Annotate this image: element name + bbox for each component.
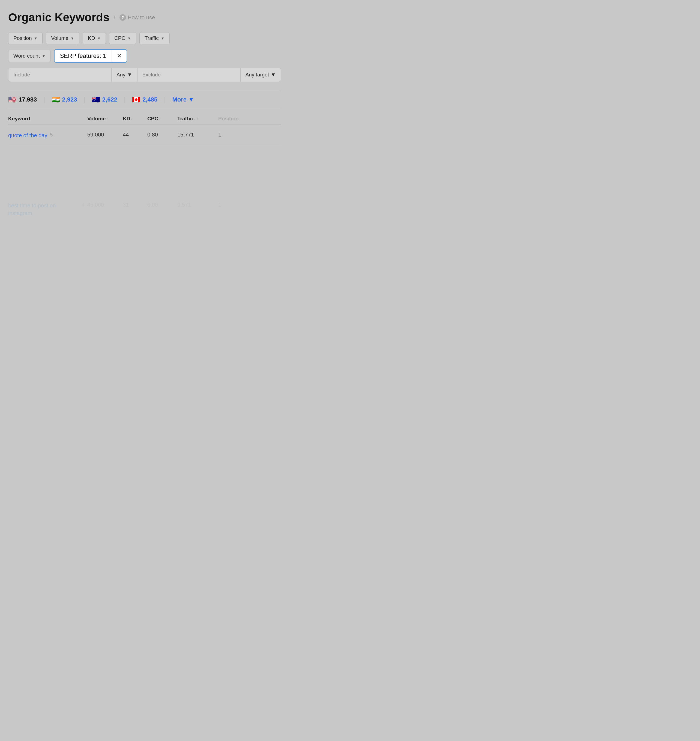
th-position: Position [218, 116, 246, 122]
th-keyword: Keyword [8, 116, 85, 122]
divider-2: | [84, 96, 85, 103]
position-arrow: ▼ [34, 36, 38, 40]
traffic-1: 15,771 [177, 131, 216, 138]
how-to-use-text: How to use [128, 15, 155, 21]
cpc-2: 6.00 [147, 202, 175, 208]
ca-count: 2,485 [143, 96, 157, 103]
position-2: 1 [218, 202, 246, 208]
cpc-arrow: ▼ [127, 36, 131, 40]
traffic-filter[interactable]: Traffic ▼ [140, 32, 170, 44]
position-filter[interactable]: Position ▼ [8, 32, 43, 44]
volume-arrow: ▼ [71, 36, 74, 40]
cpc-filter[interactable]: CPC ▼ [109, 32, 136, 44]
traffic-sort-icon: ↓ [194, 116, 196, 121]
table-row: best time to post on instagram 4 45,000 … [8, 195, 281, 224]
divider-1: | [43, 96, 45, 103]
kd-filter[interactable]: KD ▼ [83, 32, 106, 44]
kd-info-icon: i [131, 117, 132, 121]
question-icon: ? [119, 14, 126, 21]
word-count-filter[interactable]: Word count ▼ [8, 50, 51, 62]
volume-1: 59,000 [87, 131, 120, 138]
divider-3: | [124, 96, 125, 103]
title-info-icon[interactable]: i [114, 14, 115, 21]
cpc-1: 0.80 [147, 131, 175, 138]
word-count-arrow: ▼ [42, 54, 46, 58]
serp-features-value: SERP features: 1 [54, 50, 112, 62]
divider-4: | [164, 96, 166, 103]
keyword-link-1[interactable]: quote of the day [8, 131, 47, 139]
serp-features-filter: SERP features: 1 ✕ [54, 49, 127, 63]
position-1: 1 [218, 131, 246, 138]
any-target-arrow: ▼ [271, 72, 276, 78]
cpc-info-icon: i [159, 117, 160, 121]
any-arrow: ▼ [127, 72, 132, 78]
us-count: 17,983 [19, 96, 37, 103]
include-input[interactable] [9, 68, 111, 82]
country-stat-in[interactable]: 🇮🇳 2,923 [52, 96, 77, 103]
kd-1: 44 [123, 131, 144, 138]
kd-2: 31 [123, 202, 144, 208]
volume-2: 45,000 [87, 202, 120, 208]
us-flag: 🇺🇸 [8, 96, 16, 103]
kd-arrow: ▼ [97, 36, 101, 40]
word-count-badge-2: 4 [82, 202, 85, 208]
any-dropdown[interactable]: Any ▼ [111, 68, 137, 82]
filter-row-2: Word count ▼ SERP features: 1 ✕ [8, 49, 281, 63]
include-exclude-row: Any ▼ Any target ▼ [8, 68, 281, 82]
keyword-cell-2: best time to post on instagram 4 [8, 202, 85, 217]
country-stat-us[interactable]: 🇺🇸 17,983 [8, 96, 37, 103]
volume-filter[interactable]: Volume ▼ [46, 32, 79, 44]
exclude-input[interactable] [137, 68, 240, 82]
table-spacer [8, 146, 281, 195]
traffic-2: 9,571 [177, 202, 216, 208]
ca-flag: 🇨🇦 [132, 96, 140, 103]
th-kd[interactable]: KD i [123, 116, 144, 122]
volume-info-icon: i [107, 117, 107, 121]
keyword-cell-1: quote of the day 5 [8, 131, 85, 139]
country-stats-bar: 🇺🇸 17,983 | 🇮🇳 2,923 | 🇦🇺 2,622 | 🇨🇦 2,4… [8, 90, 281, 109]
serp-clear-button[interactable]: ✕ [112, 50, 126, 62]
word-count-badge-1: 5 [50, 131, 53, 138]
table-row: quote of the day 5 59,000 44 0.80 15,771… [8, 125, 281, 146]
au-flag: 🇦🇺 [92, 96, 100, 103]
th-volume[interactable]: Volume i [87, 116, 120, 122]
country-stat-ca[interactable]: 🇨🇦 2,485 [132, 96, 157, 103]
filter-row-1: Position ▼ Volume ▼ KD ▼ CPC ▼ Traffic ▼ [8, 32, 281, 44]
table-header: Keyword Volume i KD i CPC i Traffic ↓ i … [8, 112, 281, 125]
how-to-use-link[interactable]: ? How to use [119, 14, 155, 21]
keyword-link-2[interactable]: best time to post on instagram [8, 202, 79, 217]
any-target-dropdown[interactable]: Any target ▼ [240, 68, 281, 82]
traffic-info-icon: i [197, 117, 198, 121]
au-count: 2,622 [102, 96, 117, 103]
page-title: Organic Keywords [8, 11, 109, 24]
in-flag: 🇮🇳 [52, 96, 60, 103]
more-arrow: ▼ [188, 96, 194, 103]
th-traffic[interactable]: Traffic ↓ i [177, 116, 216, 122]
country-stat-au[interactable]: 🇦🇺 2,622 [92, 96, 117, 103]
traffic-arrow: ▼ [161, 36, 165, 40]
in-count: 2,923 [62, 96, 77, 103]
more-countries-button[interactable]: More ▼ [172, 96, 194, 103]
th-cpc[interactable]: CPC i [147, 116, 175, 122]
